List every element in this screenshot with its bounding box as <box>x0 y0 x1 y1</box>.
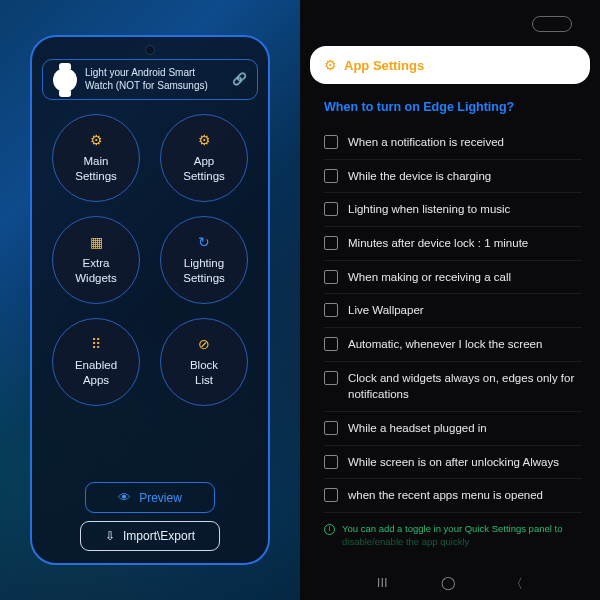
eye-icon: 👁 <box>118 490 131 505</box>
info-icon: i <box>324 524 335 535</box>
settings-header: ⚙ App Settings <box>310 46 590 84</box>
recents-button[interactable]: III <box>377 575 388 593</box>
option-label: While screen is on after unlocking Alway… <box>348 454 559 471</box>
download-icon: ⇩ <box>105 529 115 543</box>
banner-text: Light your Android Smart Watch (NOT for … <box>85 67 224 92</box>
gear-icon: ⚙ <box>90 131 103 150</box>
menu-grid: ⚙ Main Settings ⚙ App Settings ▦ Extra W… <box>52 114 248 406</box>
label-line2: Settings <box>183 169 225 185</box>
checkbox[interactable] <box>324 337 338 351</box>
checkbox[interactable] <box>324 371 338 385</box>
back-button[interactable]: 〈 <box>510 575 523 593</box>
checkbox[interactable] <box>324 236 338 250</box>
tip-line1: You can add a toggle in your Quick Setti… <box>342 523 562 534</box>
checkbox[interactable] <box>324 455 338 469</box>
widgets-icon: ▦ <box>90 233 103 252</box>
label-line1: Block <box>190 358 218 374</box>
label-line2: Apps <box>83 373 109 389</box>
option-notification[interactable]: When a notification is received <box>324 126 582 160</box>
gear-icon: ⚙ <box>324 57 337 73</box>
quick-settings-tip: i You can add a toggle in your Quick Set… <box>324 513 582 553</box>
label-line1: Main <box>84 154 109 170</box>
label-line1: Lighting <box>184 256 224 272</box>
settings-content: When to turn on Edge Lighting? When a no… <box>310 100 590 553</box>
checkbox[interactable] <box>324 488 338 502</box>
label-line1: Extra <box>83 256 110 272</box>
option-label: Automatic, whenever I lock the screen <box>348 336 542 353</box>
checkbox[interactable] <box>324 169 338 183</box>
checkbox[interactable] <box>324 135 338 149</box>
main-settings-button[interactable]: ⚙ Main Settings <box>52 114 140 202</box>
checkbox[interactable] <box>324 202 338 216</box>
home-button[interactable]: ◯ <box>441 575 456 593</box>
app-settings-screen: ⚙ App Settings When to turn on Edge Ligh… <box>300 0 600 600</box>
smartwatch-banner[interactable]: Light your Android Smart Watch (NOT for … <box>42 59 258 100</box>
option-auto-lock[interactable]: Automatic, whenever I lock the screen <box>324 328 582 362</box>
watch-icon <box>53 68 77 92</box>
section-title: When to turn on Edge Lighting? <box>324 100 582 114</box>
option-label: Clock and widgets always on, edges only … <box>348 370 582 403</box>
page-title: App Settings <box>344 58 424 73</box>
option-minutes-lock[interactable]: Minutes after device lock : 1 minute <box>324 227 582 261</box>
extra-widgets-button[interactable]: ▦ Extra Widgets <box>52 216 140 304</box>
checkbox[interactable] <box>324 303 338 317</box>
option-label: When a notification is received <box>348 134 504 151</box>
option-call[interactable]: When making or receiving a call <box>324 261 582 295</box>
checkbox[interactable] <box>324 421 338 435</box>
label-line2: Settings <box>183 271 225 287</box>
phone-frame: Light your Android Smart Watch (NOT for … <box>30 35 270 565</box>
status-bar <box>310 12 590 46</box>
option-live-wallpaper[interactable]: Live Wallpaper <box>324 294 582 328</box>
label-line1: App <box>194 154 214 170</box>
preview-button[interactable]: 👁 Preview <box>85 482 215 513</box>
label-line1: Enabled <box>75 358 117 374</box>
nav-bar: III ◯ 〈 <box>300 575 600 593</box>
import-export-label: Import\Export <box>123 529 195 543</box>
import-export-button[interactable]: ⇩ Import\Export <box>80 521 220 551</box>
option-label: Live Wallpaper <box>348 302 424 319</box>
option-music[interactable]: Lighting when listening to music <box>324 193 582 227</box>
option-clock-widgets[interactable]: Clock and widgets always on, edges only … <box>324 362 582 412</box>
option-label: While a headset plugged in <box>348 420 487 437</box>
option-label: when the recent apps menu is opened <box>348 487 543 504</box>
option-recent-apps[interactable]: when the recent apps menu is opened <box>324 479 582 513</box>
refresh-icon: ↻ <box>198 233 210 252</box>
option-headset[interactable]: While a headset plugged in <box>324 412 582 446</box>
main-menu-screen: Light your Android Smart Watch (NOT for … <box>0 0 300 600</box>
block-list-button[interactable]: ⊘ Block List <box>160 318 248 406</box>
label-line2: List <box>195 373 213 389</box>
bottom-actions: 👁 Preview ⇩ Import\Export <box>42 482 258 551</box>
app-settings-button[interactable]: ⚙ App Settings <box>160 114 248 202</box>
lighting-settings-button[interactable]: ↻ Lighting Settings <box>160 216 248 304</box>
tip-line2: disable/enable the app quickly <box>342 536 469 547</box>
block-icon: ⊘ <box>198 335 210 354</box>
label-line2: Widgets <box>75 271 117 287</box>
option-label: While the device is charging <box>348 168 491 185</box>
option-after-unlock[interactable]: While screen is on after unlocking Alway… <box>324 446 582 480</box>
checkbox[interactable] <box>324 270 338 284</box>
option-label: Minutes after device lock : 1 minute <box>348 235 528 252</box>
apps-icon: ⠿ <box>91 335 101 354</box>
preview-label: Preview <box>139 491 182 505</box>
gear-icon: ⚙ <box>198 131 211 150</box>
label-line2: Settings <box>75 169 117 185</box>
option-charging[interactable]: While the device is charging <box>324 160 582 194</box>
front-camera <box>145 45 155 55</box>
enabled-apps-button[interactable]: ⠿ Enabled Apps <box>52 318 140 406</box>
status-pill <box>532 16 572 32</box>
link-icon: 🔗 <box>232 72 247 87</box>
option-label: Lighting when listening to music <box>348 201 510 218</box>
option-label: When making or receiving a call <box>348 269 511 286</box>
